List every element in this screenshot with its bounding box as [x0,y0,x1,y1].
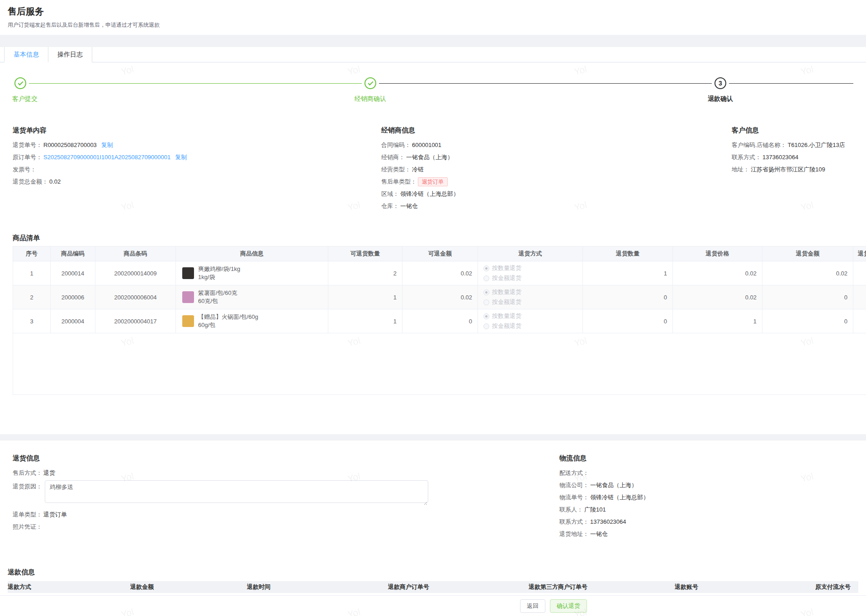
step-line [729,83,853,84]
copy-origin-no-button[interactable]: 复制 [175,151,187,163]
back-button[interactable]: 返回 [520,599,545,613]
cell-amount-available: 0.02 [402,261,478,285]
field-label: 退货总金额： [13,175,48,188]
field-label: 经营类型： [381,163,411,175]
field-label: 售后方式： [13,467,42,479]
section-product-list: 商品清单 序号 商品编码 商品条码 商品信息 可退货数量 可退金额 退货方式 退… [13,234,866,395]
product-thumbnail [182,291,194,303]
radio-icon [483,323,489,329]
check-icon [18,80,23,85]
radio-by-quantity[interactable]: 按数量退货 [483,312,521,320]
cell-index: 3 [13,309,51,333]
product-list-table: 序号 商品编码 商品条码 商品信息 可退货数量 可退金额 退货方式 退货数量 退… [13,246,866,395]
section-logistics-info: 物流信息 配送方式： 物流公司： 一铭食品（上海） 物流单号： 领锋冷链（上海总… [559,454,853,540]
header-cell: 退货金额 [762,246,853,261]
cell-index: 1 [13,261,51,285]
cell-return-amount: 0 [762,309,853,333]
field-value: 600001001 [412,139,441,151]
field-label: 退货地址： [559,528,589,540]
radio-by-quantity[interactable]: 按数量退货 [483,288,521,296]
field-return-total: 退货总金额： 0.02 [13,175,381,188]
field-label: 照片凭证： [13,521,42,533]
field-customer-code: 客户编码.店铺名称： T61026.小卫广陵13店 [732,139,853,151]
check-icon [368,80,373,85]
section-title: 退货单内容 [13,126,381,135]
cell-qty-available: 2 [328,261,402,285]
field-label: 联系方式： [559,516,589,528]
status-badge-return-order: 退货订单 [418,177,448,186]
product-spec: 1kg/袋 [198,273,240,281]
header-cell: 退货数量 [583,246,673,261]
product-thumbnail [182,267,194,279]
header-cell: 原支付流水号 [815,583,858,591]
section-separator [0,434,866,441]
cell-qty-available: 1 [328,285,402,309]
cell-product-code: 2000006 [51,285,95,309]
field-return-type: 退单类型： 退货订单 [13,508,559,521]
field-label: 地址： [732,163,749,175]
copy-order-no-button[interactable]: 复制 [101,139,113,151]
field-customer-address: 地址： 江苏省扬州市邗江区广陵109 [732,163,853,175]
cell-return-method: 按数量退货 按金额退货 [478,261,583,285]
confirm-return-button[interactable]: 确认退货 [550,599,587,613]
radio-icon [483,265,489,271]
field-return-order-no: 退货单号： R000025082700003 复制 [13,139,381,151]
cell-product-info: 紫薯面/包/60克 60克/包 [176,285,328,309]
cell-return-price: 0.02 [673,285,762,309]
radio-by-quantity[interactable]: 按数量退货 [483,264,521,272]
field-aftersale-method: 售后方式： 退货 [13,467,559,479]
field-label: 退单类型： [13,508,42,521]
tab-operation-log[interactable]: 操作日志 [48,47,92,62]
step-circle-dealer-confirm [364,77,376,89]
tab-basic-info[interactable]: 基本信息 [4,47,48,62]
table-row: 3 2000004 2002000004017 【赠品】火锅面/包/60g 60… [13,309,866,333]
cell-clipped [853,285,866,309]
return-reason-textarea[interactable]: 鸡柳多送 [45,480,428,503]
table-header-row: 序号 商品编码 商品条码 商品信息 可退货数量 可退金额 退货方式 退货数量 退… [13,246,866,261]
section-title: 客户信息 [732,126,853,135]
field-label: 合同编码： [381,139,411,151]
field-contact-phone: 联系方式： 13736023064 [559,516,853,528]
header-cell: 退款金额 [130,583,247,591]
header-cell: 可退货数量 [328,246,402,261]
field-value: 13736023064 [590,516,626,528]
stepper: 客户提交 经销商确认 3 退款确认 [13,77,853,104]
cell-return-amount: 0.02 [762,261,853,285]
cell-return-price: 1 [673,309,762,333]
field-value: 一铭仓 [400,200,418,212]
field-value: 江苏省扬州市邗江区广陵109 [751,163,825,175]
field-label: 联系方式： [732,151,761,163]
section-title: 物流信息 [559,454,853,463]
footer-action-bar: 返回 确认退货 [0,595,866,616]
header-cell: 退款商户订单号 [388,583,529,591]
field-label: 仓库： [381,200,399,212]
field-warehouse: 仓库： 一铭仓 [381,200,732,212]
header-cell: 退货 [853,246,866,261]
cell-amount-available: 0.02 [402,285,478,309]
field-logistics-company: 物流公司： 一铭食品（上海） [559,479,853,491]
product-spec: 60g/包 [198,321,258,329]
lower-sections: 退货信息 售后方式： 退货 退货原因： 鸡柳多送 退单类型： [0,441,866,540]
header-cell: 退款时间 [247,583,388,591]
cell-return-amount: 0 [762,285,853,309]
section-dealer-info: 经销商信息 合同编码： 600001001 经销商： 一铭食品（上海） 经营类型… [381,126,732,212]
step-circle-refund-confirm: 3 [715,77,726,89]
radio-by-amount[interactable]: 按金额退货 [483,274,521,282]
section-return-order: 退货单内容 退货单号： R000025082700003 复制 原订单号： S2… [13,126,381,212]
radio-by-amount[interactable]: 按金额退货 [483,298,521,306]
radio-by-amount[interactable]: 按金额退货 [483,322,521,330]
cell-clipped [853,309,866,333]
field-label: 客户编码.店铺名称： [732,139,786,151]
return-total-amount: 0.02 [49,175,61,188]
origin-order-no-link[interactable]: S2025082709000001I1001A2025082709000001 [43,151,170,163]
field-value: 13736023064 [762,151,799,163]
field-value: 领锋冷链（上海总部） [400,188,459,200]
cell-amount-available: 0 [402,309,478,333]
header-cell: 退款第三方商户订单号 [529,583,675,591]
cell-barcode: 2002000004017 [95,309,176,333]
cell-product-info: 爽嫩鸡柳/袋/1kg 1kg/袋 [176,261,328,285]
header-cell: 商品条码 [95,246,176,261]
field-value: 退货订单 [43,508,67,521]
cell-return-qty: 1 [583,261,673,285]
field-dealer-name: 经销商： 一铭食品（上海） [381,151,732,163]
